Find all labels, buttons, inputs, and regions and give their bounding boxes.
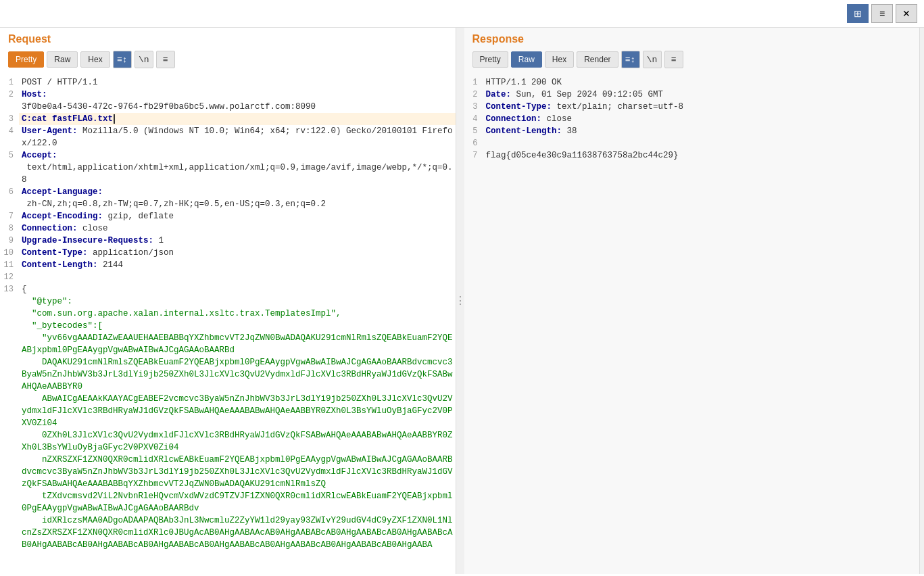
- response-content[interactable]: 1 HTTP/1.1 200 OK 2 Date: Sun, 01 Sep 20…: [464, 74, 920, 574]
- layout-btn-3[interactable]: ✕: [896, 4, 917, 23]
- table-row: 13 {: [0, 283, 456, 295]
- request-tab-raw[interactable]: Raw: [47, 51, 78, 68]
- panel-divider[interactable]: ⋮: [456, 28, 464, 574]
- table-row: DAQAKU291cmNlRmlsZQEABkEuamF2YQEABjxpbml…: [0, 356, 456, 393]
- response-icon-newline[interactable]: \n: [643, 51, 662, 68]
- request-icon-newline[interactable]: \n: [135, 51, 153, 68]
- table-row: 10 Content-Type: application/json: [0, 247, 456, 259]
- table-row: "_bytecodes":[: [0, 320, 456, 332]
- table-row: 7 flag{d05ce4e30c9a11638763758a2bc44c29}: [464, 149, 920, 162]
- table-row: 1 POST / HTTP/1.1: [0, 76, 456, 89]
- request-tab-hex[interactable]: Hex: [80, 51, 110, 68]
- request-icon-filter[interactable]: ≡↕: [113, 51, 132, 68]
- layout-btn-2[interactable]: ≡: [871, 4, 893, 23]
- table-row: 8 Connection: close: [0, 222, 456, 235]
- request-panel: Request Pretty Raw Hex ≡↕ \n ≡ 1 POST / …: [0, 28, 456, 574]
- response-header: Response Pretty Raw Hex Render ≡↕ \n ≡: [464, 28, 920, 74]
- table-row: 7 Accept-Encoding: gzip, deflate: [0, 210, 456, 222]
- table-row: nZXRSZXF1ZXN0QXR0cmlidXRlcwEABkEuamF2YQE…: [0, 454, 456, 490]
- request-content[interactable]: 1 POST / HTTP/1.1 2 Host: 3f0be0a4-5430-…: [0, 74, 456, 574]
- table-row: 1 HTTP/1.1 200 OK: [464, 76, 920, 89]
- table-row: "yv66vgAAADIAZwEAAUEHAAEBABBqYXZhbmcvVT2…: [0, 332, 456, 356]
- request-header: Request Pretty Raw Hex ≡↕ \n ≡: [0, 28, 456, 74]
- table-row: "com.sun.org.apache.xalan.internal.xsltc…: [0, 308, 456, 320]
- table-row: 3 C:cat fastFLAG.txt: [0, 113, 456, 125]
- response-tab-render[interactable]: Render: [577, 51, 618, 68]
- table-row: idXRlczsMAA0ADgoADAAPAQBAb3JnL3NwcmluZ2Z…: [0, 514, 456, 551]
- table-row: 2 Date: Sun, 01 Sep 2024 09:12:05 GMT: [464, 89, 920, 101]
- response-panel: Response Pretty Raw Hex Render ≡↕ \n ≡ 1…: [464, 28, 921, 574]
- response-icon-menu[interactable]: ≡: [664, 51, 683, 68]
- table-row: "@type":: [0, 295, 456, 308]
- request-title: Request: [8, 33, 447, 45]
- table-row: zh-CN,zh;q=0.8,zh-TW;q=0.7,zh-HK;q=0.5,e…: [0, 198, 456, 210]
- table-row: 5 Accept:: [0, 149, 456, 162]
- table-row: text/html,application/xhtml+xml,applicat…: [0, 162, 456, 186]
- table-row: 12: [0, 271, 456, 283]
- table-row: 3f0be0a4-5430-472c-9764-fb29f0ba6bc5.www…: [0, 101, 456, 113]
- table-row: 4 User-Agent: Mozilla/5.0 (Windows NT 10…: [0, 125, 456, 149]
- response-tab-hex[interactable]: Hex: [545, 51, 574, 68]
- table-row: 0ZXh0L3JlcXVlc3QvU2VydmxldFJlcXVlc3RBdHR…: [0, 429, 456, 454]
- main-container: Request Pretty Raw Hex ≡↕ \n ≡ 1 POST / …: [0, 28, 924, 574]
- table-row: 4 Connection: close: [464, 113, 920, 125]
- request-toolbar: Pretty Raw Hex ≡↕ \n ≡: [8, 51, 447, 68]
- request-icon-menu[interactable]: ≡: [156, 51, 175, 68]
- response-title: Response: [472, 33, 912, 45]
- table-row: 6: [464, 137, 920, 149]
- request-tab-pretty[interactable]: Pretty: [8, 51, 44, 68]
- table-row: 5 Content-Length: 38: [464, 125, 920, 137]
- table-row: 11 Content-Length: 2144: [0, 259, 456, 271]
- table-row: 2 Host:: [0, 89, 456, 101]
- response-tab-raw[interactable]: Raw: [511, 51, 542, 68]
- response-icon-filter[interactable]: ≡↕: [621, 51, 640, 68]
- layout-btn-1[interactable]: ⊞: [847, 4, 869, 23]
- right-resize-handle[interactable]: [920, 28, 924, 574]
- table-row: 9 Upgrade-Insecure-Requests: 1: [0, 235, 456, 247]
- top-bar: ⊞ ≡ ✕: [0, 0, 924, 28]
- table-row: tZXdvcmsvd2ViL2NvbnRleHQvcmVxdWVzdC9TZVJ…: [0, 490, 456, 514]
- response-toolbar: Pretty Raw Hex Render ≡↕ \n ≡: [472, 51, 912, 68]
- table-row: ABwAICgAEAAkKAAYACgEABEF2vcmcvc3ByaW5nZn…: [0, 393, 456, 429]
- response-tab-pretty[interactable]: Pretty: [472, 51, 508, 68]
- table-row: 3 Content-Type: text/plain; charset=utf-…: [464, 101, 920, 113]
- table-row: 6 Accept-Language:: [0, 186, 456, 198]
